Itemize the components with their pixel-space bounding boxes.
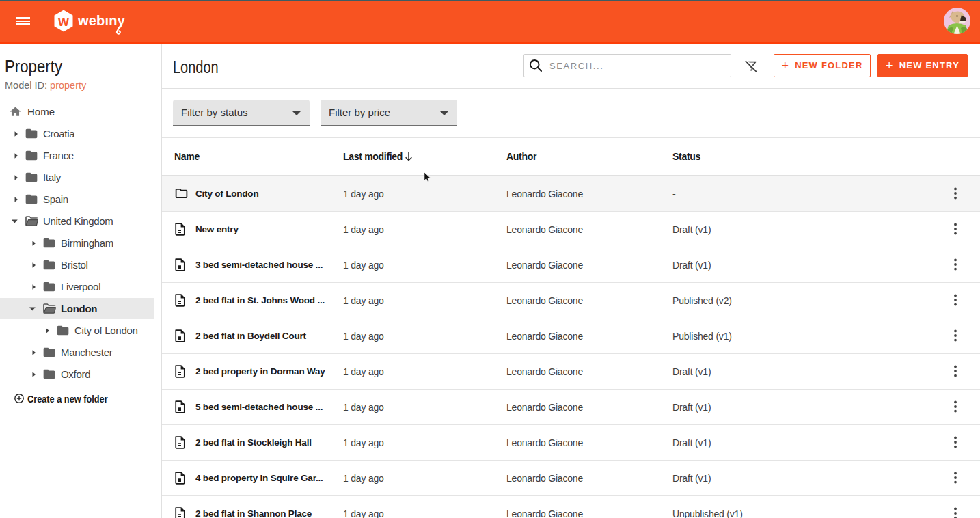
svg-text:w: w: [57, 14, 69, 29]
